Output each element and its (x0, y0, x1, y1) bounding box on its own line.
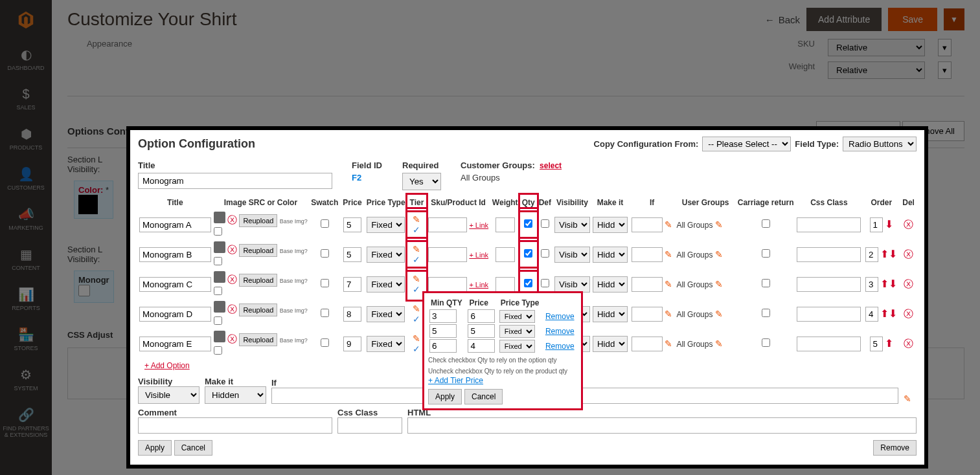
row-make-it-select[interactable]: Hidd (593, 247, 628, 263)
tier-price-input[interactable] (468, 309, 495, 323)
delete-row-icon[interactable]: ⓧ (904, 219, 913, 230)
swatch-checkbox[interactable] (321, 249, 329, 258)
base-img-checkbox[interactable] (214, 346, 222, 355)
pencil-icon[interactable]: ✎ (665, 219, 672, 230)
base-img-checkbox[interactable] (214, 257, 222, 265)
tier-price-input[interactable] (468, 324, 495, 338)
swatch-checkbox[interactable] (321, 279, 329, 287)
arrow-up-icon[interactable]: ⬆ (880, 249, 889, 260)
base-img-checkbox[interactable] (214, 287, 222, 295)
arrow-up-icon[interactable]: ⬆ (880, 278, 889, 289)
required-select[interactable]: Yes (402, 173, 441, 190)
tier-apply-button[interactable]: Apply (428, 389, 462, 399)
add-option-link[interactable]: + Add Option (138, 359, 190, 373)
pencil-icon[interactable]: ✎ (715, 279, 723, 289)
pencil-icon[interactable]: ✎ (715, 309, 723, 319)
pencil-icon[interactable]: ✎ (665, 279, 672, 289)
row-title-input[interactable] (139, 307, 211, 322)
carriage-checkbox[interactable] (762, 338, 770, 347)
reupload-button[interactable]: Reupload (239, 244, 277, 257)
def-checkbox[interactable] (541, 279, 549, 287)
row-title-input[interactable] (139, 217, 211, 232)
tier-remove-link[interactable]: Remove (545, 312, 575, 321)
order-input[interactable] (865, 247, 878, 262)
delete-row-icon[interactable]: ⓧ (904, 338, 913, 349)
order-input[interactable] (865, 307, 878, 322)
weight-input[interactable] (496, 247, 515, 262)
def-checkbox[interactable] (541, 249, 549, 258)
delete-image-icon[interactable]: ⓧ (227, 274, 237, 285)
carriage-checkbox[interactable] (762, 219, 770, 228)
row-title-input[interactable] (139, 337, 211, 351)
bottom-make-it-select[interactable]: Hidden (205, 386, 266, 399)
price-input[interactable] (343, 217, 361, 232)
qty-checkbox[interactable] (524, 279, 532, 287)
tier-remove-link[interactable]: Remove (545, 327, 575, 336)
price-type-select[interactable]: Fixed (367, 247, 405, 263)
arrow-down-icon[interactable]: ⬇ (889, 249, 897, 260)
title-input[interactable] (138, 173, 332, 189)
sku-input[interactable] (428, 247, 467, 262)
link-sku[interactable]: + Link (469, 221, 488, 229)
pencil-icon[interactable]: ✎ (715, 249, 723, 260)
tier-remove-link[interactable]: Remove (545, 342, 575, 351)
tier-edit-icon[interactable]: ✎ (413, 274, 420, 284)
swatch-checkbox[interactable] (321, 338, 329, 347)
reupload-button[interactable]: Reupload (239, 304, 277, 316)
weight-input[interactable] (496, 277, 515, 292)
tier-type-select[interactable]: Fixed (499, 325, 535, 338)
delete-image-icon[interactable]: ⓧ (227, 333, 237, 344)
sku-input[interactable] (428, 277, 467, 292)
price-input[interactable] (343, 277, 361, 292)
row-visibility-select[interactable]: Visib (554, 247, 590, 263)
css-class-input[interactable] (797, 247, 861, 262)
arrow-down-icon[interactable]: ⬇ (889, 308, 897, 319)
price-input[interactable] (343, 247, 361, 262)
pencil-icon[interactable]: ✎ (715, 338, 723, 349)
tier-type-select[interactable]: Fixed (499, 340, 535, 353)
base-img-checkbox[interactable] (214, 316, 222, 325)
qty-checkbox[interactable] (524, 219, 532, 228)
delete-row-icon[interactable]: ⓧ (904, 249, 913, 260)
pencil-icon[interactable]: ✎ (665, 309, 672, 319)
css-class-input[interactable] (797, 337, 861, 351)
if-input[interactable] (632, 337, 663, 351)
field-type-select[interactable]: Radio Buttons (843, 137, 917, 151)
row-title-input[interactable] (139, 277, 211, 292)
add-tier-price-link[interactable]: + Add Tier Price (428, 376, 483, 385)
swatch-checkbox[interactable] (321, 219, 329, 228)
swatch-checkbox[interactable] (321, 309, 329, 317)
pencil-icon[interactable]: ✎ (904, 393, 917, 399)
order-input[interactable] (870, 217, 883, 232)
def-checkbox[interactable] (541, 219, 549, 228)
tier-qty-input[interactable] (429, 339, 457, 353)
tier-cancel-button[interactable]: Cancel (464, 389, 503, 399)
if-input[interactable] (632, 247, 663, 262)
row-make-it-select[interactable]: Hidd (593, 276, 628, 293)
tier-qty-input[interactable] (429, 324, 457, 338)
weight-input[interactable] (496, 217, 515, 232)
carriage-checkbox[interactable] (762, 249, 770, 258)
tier-qty-input[interactable] (429, 309, 457, 323)
price-input[interactable] (343, 337, 361, 351)
price-type-select[interactable]: Fixed (367, 276, 405, 293)
if-input[interactable] (632, 277, 663, 292)
reupload-button[interactable]: Reupload (239, 333, 277, 346)
link-sku[interactable]: + Link (469, 251, 488, 259)
row-title-input[interactable] (139, 247, 211, 262)
pencil-icon[interactable]: ✎ (665, 249, 672, 260)
tier-edit-icon[interactable]: ✎ (413, 333, 420, 344)
customer-groups-select-link[interactable]: select (540, 161, 562, 170)
bottom-if-input[interactable] (271, 388, 898, 399)
arrow-down-icon[interactable]: ⬇ (885, 219, 893, 230)
tier-edit-icon[interactable]: ✎ (413, 214, 420, 225)
delete-image-icon[interactable]: ⓧ (227, 214, 237, 225)
pencil-icon[interactable]: ✎ (665, 338, 672, 349)
row-visibility-select[interactable]: Visib (554, 217, 590, 233)
delete-row-icon[interactable]: ⓧ (904, 278, 913, 289)
price-type-select[interactable]: Fixed (367, 336, 405, 352)
link-sku[interactable]: + Link (469, 281, 488, 289)
base-img-checkbox[interactable] (214, 227, 222, 236)
arrow-down-icon[interactable]: ⬇ (889, 278, 897, 289)
price-type-select[interactable]: Fixed (367, 217, 405, 233)
